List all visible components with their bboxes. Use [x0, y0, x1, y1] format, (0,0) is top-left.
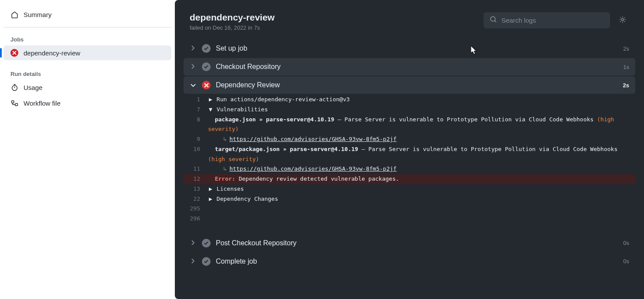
step-time: 0s: [623, 258, 629, 265]
step-time: 2s: [623, 45, 629, 52]
step-name: Set up job: [216, 45, 618, 52]
stopwatch-icon: [10, 83, 18, 91]
chevron-right-icon: [190, 63, 197, 71]
step-post-checkout-repository[interactable]: Post Checkout Repository 0s: [184, 234, 635, 252]
caret-right-icon[interactable]: ▶: [208, 95, 213, 105]
log-line: 8 package.json » parse-server@4.10.19 – …: [184, 115, 635, 135]
log-text: Dependency Changes: [217, 196, 278, 202]
check-icon: [202, 257, 211, 266]
step-name: Complete job: [216, 258, 618, 265]
log-text: package.json » parse-server@4.10.19: [215, 116, 334, 123]
main-header: dependency-review failed on Dec 16, 2022…: [175, 0, 644, 40]
log-text: Dependency review detected vulnerable pa…: [235, 175, 399, 182]
line-number: 12: [184, 174, 208, 184]
log-line: 295: [184, 204, 635, 214]
log-line: 9 ↳https://github.com/advisories/GHSA-93…: [184, 134, 635, 144]
search-icon: [490, 16, 497, 25]
line-number: 13: [184, 184, 208, 194]
step-time: 0s: [623, 240, 629, 246]
divider: [3, 27, 171, 27]
line-number: 11: [184, 164, 208, 174]
step-name: Post Checkout Repository: [216, 239, 618, 247]
search-input[interactable]: [501, 17, 604, 24]
sidebar-item-workflow-file[interactable]: Workflow file: [3, 96, 171, 110]
log-line: 7 ▼ Vulnerabilities: [184, 105, 635, 115]
step-name: Checkout Repository: [216, 63, 618, 71]
log-text: Run actions/dependency-review-action@v3: [217, 96, 350, 103]
sidebar-job-label: dependency-review: [24, 49, 80, 57]
log-line: 11 ↳https://github.com/advisories/GHSA-9…: [184, 164, 635, 174]
svg-rect-1: [11, 100, 14, 103]
log-text: target/package.json » parse-server@4.10.…: [215, 146, 358, 152]
line-number: 296: [184, 214, 208, 224]
sidebar-item-label: Usage: [24, 84, 42, 91]
line-number: 295: [184, 204, 208, 214]
sidebar: Summary Jobs dependency-review Run detai…: [0, 0, 175, 299]
log-text: – Parse Server is vulnerable to Prototyp…: [334, 116, 597, 123]
sidebar-item-label: Workflow file: [24, 100, 61, 107]
sidebar-summary[interactable]: Summary: [3, 7, 171, 22]
step-complete-job[interactable]: Complete job 0s: [184, 253, 635, 270]
step-setup-job[interactable]: Set up job 2s: [184, 40, 635, 57]
chevron-down-icon: [190, 81, 197, 89]
search-box[interactable]: [484, 12, 610, 28]
fail-icon: [10, 49, 18, 57]
log-line: 22 ▶ Dependency Changes: [184, 194, 635, 204]
sidebar-summary-label: Summary: [24, 11, 51, 18]
caret-right-icon[interactable]: ▶: [208, 194, 213, 204]
line-number: 9: [184, 134, 208, 144]
advisory-link[interactable]: https://github.com/advisories/GHSA-93vw-…: [229, 165, 397, 172]
log-line: 1 ▶ Run actions/dependency-review-action…: [184, 95, 635, 105]
page-subtitle: failed on Dec 16, 2022 in 7s: [190, 24, 275, 31]
advisory-link[interactable]: https://github.com/advisories/GHSA-93vw-…: [229, 136, 397, 142]
chevron-right-icon: [190, 45, 197, 52]
run-details-title: Run details: [3, 67, 171, 79]
log-text: Licenses: [217, 186, 244, 192]
settings-button[interactable]: [616, 13, 629, 28]
line-number: 10: [184, 144, 208, 155]
jobs-title: Jobs: [3, 33, 171, 45]
fail-icon: [202, 81, 211, 89]
log-line: 10 target/package.json » parse-server@4.…: [184, 144, 635, 165]
step-time: 2s: [623, 82, 629, 89]
log-text: – Parse Server is vulnerable to Prototyp…: [358, 146, 617, 152]
log-line-error: 12 Error: Dependency review detected vul…: [184, 174, 635, 184]
check-icon: [202, 44, 211, 53]
step-dependency-review[interactable]: Dependency Review 2s: [184, 76, 635, 94]
step-checkout-repository[interactable]: Checkout Repository 1s: [184, 58, 635, 76]
steps-list: Set up job 2s Checkout Repository 1s Dep…: [175, 40, 644, 271]
line-number: 7: [184, 105, 208, 115]
caret-right-icon[interactable]: ▶: [208, 184, 213, 194]
sidebar-job-dependency-review[interactable]: dependency-review: [3, 45, 171, 60]
home-icon: [10, 10, 18, 18]
sidebar-item-usage[interactable]: Usage: [3, 80, 171, 95]
log-text: Vulnerabilities: [217, 106, 268, 113]
line-number: 22: [184, 194, 208, 204]
log-text: Error:: [215, 175, 235, 182]
chevron-right-icon: [190, 258, 197, 265]
log-text: (high severity): [208, 156, 259, 162]
main-panel: dependency-review failed on Dec 16, 2022…: [175, 0, 644, 299]
log-output: 1 ▶ Run actions/dependency-review-action…: [184, 95, 635, 234]
line-number: 1: [184, 95, 208, 105]
step-time: 1s: [623, 64, 629, 70]
workflow-file-icon: [10, 99, 18, 107]
step-name: Dependency Review: [216, 81, 618, 89]
check-icon: [202, 239, 211, 247]
line-number: 8: [184, 115, 208, 125]
svg-rect-2: [15, 103, 17, 106]
check-icon: [202, 62, 211, 71]
caret-down-icon[interactable]: ▼: [208, 105, 213, 115]
page-title: dependency-review: [190, 12, 275, 23]
log-line: 13 ▶ Licenses: [184, 184, 635, 194]
log-line: 296: [184, 214, 635, 224]
svg-point-3: [491, 17, 495, 21]
chevron-right-icon: [190, 239, 197, 247]
svg-point-4: [622, 18, 624, 21]
